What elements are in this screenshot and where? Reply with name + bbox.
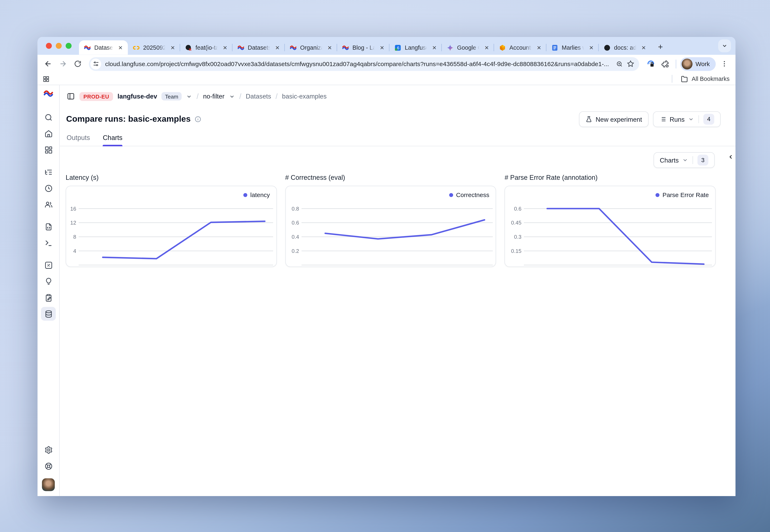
- sidebar-item-annotation[interactable]: [41, 291, 56, 304]
- sidebar-item-home[interactable]: [41, 127, 56, 140]
- close-tab-icon[interactable]: ✕: [169, 44, 176, 51]
- close-tab-icon[interactable]: ✕: [483, 44, 490, 51]
- browser-tab[interactable]: feat(io-tab✕: [180, 40, 233, 55]
- environment-badge[interactable]: PROD-EU: [79, 92, 113, 101]
- sidebar-item-tracing[interactable]: [41, 165, 56, 179]
- apps-grid-icon[interactable]: [42, 75, 50, 83]
- sidebar-item-insights[interactable]: [41, 274, 56, 288]
- clock-icon: [44, 184, 53, 192]
- browser-tab[interactable]: Organizatio✕: [285, 40, 337, 55]
- browser-tab[interactable]: 6Langfuse -✕: [390, 40, 442, 55]
- url-text[interactable]: cloud.langfuse.com/project/cmfwgv8fx002o…: [105, 60, 612, 67]
- browser-tab[interactable]: Marlies we✕: [546, 40, 599, 55]
- minimize-window-button[interactable]: [56, 43, 62, 49]
- close-tab-icon[interactable]: ✕: [117, 44, 124, 51]
- charts-toolbar: Charts 3: [60, 146, 736, 173]
- close-tab-icon[interactable]: ✕: [379, 44, 386, 51]
- langfuse-logo[interactable]: [43, 89, 53, 99]
- charts-selector-button[interactable]: Charts 3: [653, 152, 715, 168]
- tab-outputs[interactable]: Outputs: [67, 134, 90, 146]
- org-name[interactable]: langfuse-dev: [117, 93, 157, 100]
- sidebar-item-support[interactable]: [41, 459, 56, 473]
- close-tab-icon[interactable]: ✕: [588, 44, 595, 51]
- svg-text:6: 6: [397, 45, 399, 50]
- sidebar-item-evaluation[interactable]: [41, 258, 56, 272]
- tab-label: Datasets | L: [94, 44, 114, 51]
- password-manager-extension-icon[interactable]: [644, 57, 657, 70]
- org-switcher-chevron[interactable]: [186, 93, 192, 99]
- svg-text:16: 16: [70, 206, 76, 212]
- chart-legend: Correctness: [449, 192, 489, 199]
- browser-tab[interactable]: Accounts |✕: [494, 40, 546, 55]
- sidebar-item-search[interactable]: [41, 110, 56, 124]
- new-tab-button[interactable]: +: [654, 41, 667, 54]
- legend-dot-icon: [449, 193, 453, 197]
- breadcrumb-datasets-link[interactable]: Datasets: [246, 93, 271, 100]
- close-tab-icon[interactable]: ✕: [535, 44, 542, 51]
- runs-selector-button[interactable]: Runs 4: [653, 111, 721, 127]
- browser-tab[interactable]: Blog - Lang✕: [337, 40, 390, 55]
- back-button[interactable]: [41, 57, 54, 70]
- new-experiment-button[interactable]: New experiment: [579, 111, 649, 127]
- browser-tab[interactable]: docs: add✕: [599, 40, 651, 55]
- browser-tab[interactable]: Google Ge✕: [442, 40, 494, 55]
- browser-profile-button[interactable]: Work: [680, 57, 716, 71]
- browser-tab[interactable]: Datasets | L✕: [79, 40, 128, 55]
- url-bar[interactable]: cloud.langfuse.com/project/cmfwgv8fx002o…: [89, 57, 639, 71]
- forward-button[interactable]: [56, 57, 69, 70]
- info-icon[interactable]: [195, 116, 202, 123]
- collapse-panel-button[interactable]: [728, 154, 734, 160]
- sidebar-item-datasets[interactable]: [41, 307, 56, 321]
- tab-list: Datasets | L✕20250923✕feat(io-tab✕Datase…: [79, 40, 651, 55]
- svg-text:0.45: 0.45: [511, 220, 522, 226]
- sidebar-item-playground[interactable]: [41, 236, 56, 250]
- chart-title: Latency (s): [66, 174, 277, 181]
- chart-card[interactable]: 161284 latency: [66, 186, 277, 267]
- browser-menu-button[interactable]: [718, 57, 730, 70]
- profile-avatar: [682, 58, 693, 69]
- extensions-puzzle-icon[interactable]: [659, 57, 672, 70]
- breadcrumb-dataset-link[interactable]: basic-examples: [282, 93, 327, 100]
- all-bookmarks-button[interactable]: All Bookmarks: [672, 75, 730, 83]
- window-controls[interactable]: [46, 43, 71, 49]
- project-switcher-chevron[interactable]: [229, 93, 235, 99]
- reload-button[interactable]: [71, 57, 84, 70]
- sidebar-item-settings[interactable]: [41, 443, 56, 457]
- chart-latency: Latency (s) 161284 latency: [66, 174, 277, 267]
- tab-search-button[interactable]: [718, 39, 731, 52]
- tab-label: Datasets | L: [248, 44, 271, 51]
- close-window-button[interactable]: [46, 43, 52, 49]
- maximize-window-button[interactable]: [66, 43, 72, 49]
- close-tab-icon[interactable]: ✕: [640, 44, 647, 51]
- tab-charts[interactable]: Charts: [103, 134, 122, 146]
- sidebar-item-sessions[interactable]: [41, 181, 56, 195]
- panel-toggle-icon[interactable]: [67, 92, 75, 101]
- chart-card[interactable]: 0.80.60.40.2 Correctness: [285, 186, 496, 267]
- tab-label: docs: add: [614, 44, 637, 51]
- zoom-icon[interactable]: [616, 60, 623, 67]
- close-tab-icon[interactable]: ✕: [431, 44, 438, 51]
- close-tab-icon[interactable]: ✕: [326, 44, 333, 51]
- sidebar-item-users[interactable]: [41, 197, 56, 211]
- bookmarks-bar: All Bookmarks: [38, 73, 736, 85]
- charts-label: Charts: [660, 156, 679, 164]
- close-tab-icon[interactable]: ✕: [274, 44, 281, 51]
- sidebar-item-dashboards[interactable]: [41, 143, 56, 157]
- user-avatar[interactable]: [42, 478, 55, 491]
- chart-card[interactable]: 0.60.450.30.15 Parse Error Rate: [504, 186, 716, 267]
- browser-tab[interactable]: 20250923✕: [128, 40, 180, 55]
- chart-title: # Correctness (eval): [285, 174, 496, 181]
- browser-tab[interactable]: Datasets | L✕: [233, 40, 285, 55]
- desktop: Datasets | L✕20250923✕feat(io-tab✕Datase…: [0, 0, 770, 532]
- project-name[interactable]: no-filter: [203, 93, 224, 100]
- close-tab-icon[interactable]: ✕: [222, 44, 229, 51]
- chevron-down-icon: [722, 43, 728, 49]
- forward-arrow-icon: [59, 60, 67, 68]
- chevron-down-icon: [682, 157, 688, 163]
- site-settings-icon[interactable]: [90, 58, 101, 69]
- sidebar-item-prompts[interactable]: [41, 220, 56, 233]
- bookmark-star-icon[interactable]: [627, 60, 634, 68]
- bookmarks-divider: [672, 75, 672, 83]
- list-tree-icon: [44, 168, 53, 176]
- database-icon: [44, 310, 53, 318]
